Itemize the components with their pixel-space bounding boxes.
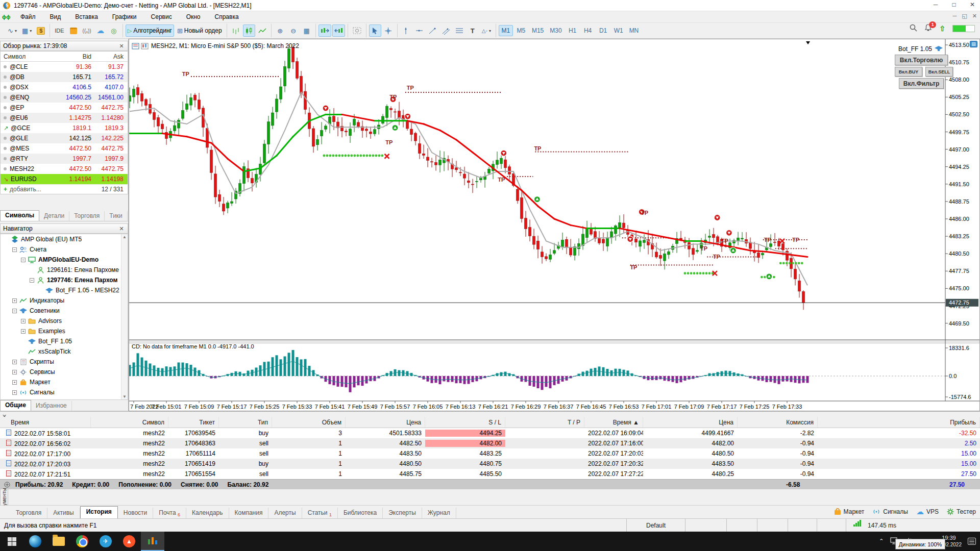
history-col-0[interactable]: Время xyxy=(0,417,91,428)
child-close-button[interactable]: ✕ xyxy=(972,13,977,19)
add-symbol-row[interactable]: + добавить... 12 / 331 xyxy=(1,184,128,194)
algo-trading-button[interactable]: ▷Алготрейдинг xyxy=(126,24,174,37)
child-restore-button[interactable]: ◱ xyxy=(962,13,967,19)
market-watch-tab-Торговля[interactable]: Торговля xyxy=(69,211,105,221)
cursor-icon[interactable] xyxy=(369,24,381,37)
chart-window[interactable]: TPTPTPTPTPTPTPTPTPTPTPTPTP4513.504510.75… xyxy=(129,39,980,411)
navigator-item-скрипты[interactable]: +Скрипты xyxy=(1,357,128,367)
history-col-4[interactable]: Объем xyxy=(272,417,346,428)
tree-expander-icon[interactable]: + xyxy=(12,390,17,395)
navigator-item-1296161-елена-пархоме[interactable]: 1296161: Елена Пархоме xyxy=(1,265,128,275)
market-watch-close-icon[interactable]: ✕ xyxy=(118,43,125,49)
menu-item-1[interactable]: Файл xyxy=(13,12,43,21)
history-col-6[interactable]: S / L xyxy=(425,417,505,428)
navigator-item-счета[interactable]: −Счета xyxy=(1,244,128,255)
tree-expander-icon[interactable]: + xyxy=(12,360,17,364)
channel-icon[interactable] xyxy=(440,24,452,37)
market-bag-icon[interactable] xyxy=(67,24,80,37)
taskbar-telegram-icon[interactable]: ✈ xyxy=(94,532,117,551)
col-symbol[interactable]: Символ xyxy=(1,52,58,61)
history-col-8[interactable]: Время ▲ xyxy=(584,417,643,428)
search-icon[interactable] xyxy=(910,24,917,33)
enable-sell-button[interactable]: Вкл.SELL xyxy=(925,67,953,77)
market-watch-row-@DSX[interactable]: @DSX4106.54107.0 xyxy=(1,82,128,92)
tray-action-center-icon[interactable] xyxy=(968,538,976,545)
horizontal-line-icon[interactable] xyxy=(413,24,426,37)
taskbar-edge-icon[interactable] xyxy=(23,532,47,551)
tree-expander-icon[interactable]: + xyxy=(12,370,17,374)
tree-expander-icon[interactable]: − xyxy=(12,247,17,252)
taskbar-brave-icon[interactable]: ▲ xyxy=(117,532,141,551)
crosshair-icon[interactable] xyxy=(382,24,395,37)
navigator-item-bot-ff-1-05-mesh22[interactable]: Bot_FF 1.05 - MESH22 xyxy=(1,285,128,295)
utility-Тестер[interactable]: Тестер xyxy=(947,508,976,515)
line-chart-icon[interactable] xyxy=(256,24,268,37)
market-watch-tab-Символы[interactable]: Символы xyxy=(0,210,39,221)
navigator-item-сервисы[interactable]: +Сервисы xyxy=(1,367,128,377)
toolbox-tab-Компания[interactable]: Компания xyxy=(229,508,269,518)
history-row-2[interactable]: 2022.02.07 16:56:02mesh22170648363sell14… xyxy=(0,438,980,448)
tree-expander-icon[interactable]: + xyxy=(21,329,26,334)
notifications-icon[interactable]: 1 xyxy=(924,24,932,33)
timeframe-mn-button[interactable]: MN xyxy=(627,25,642,36)
toolbox-tab-Библиотека[interactable]: Библиотека xyxy=(338,508,383,518)
toolbox-tab-Активы[interactable]: Активы xyxy=(47,508,80,518)
toolbox-tab-Календарь[interactable]: Календарь xyxy=(186,508,229,518)
market-watch-row-EURUSD[interactable]: ↘EURUSD1.141941.14198 xyxy=(1,174,128,184)
tree-expander-icon[interactable]: − xyxy=(12,309,17,313)
navigator-item-индикаторы[interactable]: +Индикаторы xyxy=(1,295,128,306)
timeframe-d1-button[interactable]: D1 xyxy=(596,25,610,36)
toolbox-tab-История[interactable]: История xyxy=(80,506,118,518)
deposit-icon[interactable]: $ xyxy=(35,24,47,37)
taskbar-explorer-icon[interactable] xyxy=(47,532,70,551)
menu-item-5[interactable]: Сервис xyxy=(144,12,179,21)
history-col-3[interactable]: Тип xyxy=(219,417,272,428)
taskbar-mt5-icon-active[interactable] xyxy=(141,532,164,551)
history-col-1[interactable]: Символ xyxy=(91,417,168,428)
screenshot-icon[interactable] xyxy=(351,24,363,37)
toolbox-tab-Почта[interactable]: Почта 6 xyxy=(153,508,186,518)
market-watch-row-@RTY[interactable]: @RTY1997.71997.9 xyxy=(1,154,128,164)
enable-buy-button[interactable]: Вкл.BUY xyxy=(895,67,922,77)
shapes-icon[interactable]: △◦▾ xyxy=(480,24,493,37)
enable-trading-button[interactable]: Вкл.Торговлю xyxy=(895,55,948,65)
market-watch-row-@DB[interactable]: @DB165.71165.72 xyxy=(1,72,128,82)
toolbox-tab-Статьи[interactable]: Статьи 1 xyxy=(302,508,338,518)
tree-expander-icon[interactable]: − xyxy=(21,258,26,262)
toolbox-tab-Новости[interactable]: Новости xyxy=(118,508,153,518)
menu-item-2[interactable]: Вид xyxy=(43,12,68,21)
history-col-10[interactable]: Комиссия xyxy=(738,417,818,428)
history-col-9[interactable]: Цена xyxy=(643,417,738,428)
text-tool-icon[interactable]: T xyxy=(467,24,479,37)
navigator-item-examples[interactable]: +Examples xyxy=(1,326,128,336)
enable-filter-button[interactable]: Вкл.Фильтр xyxy=(899,78,944,89)
toolbox-tab-Торговля[interactable]: Торговля xyxy=(10,508,47,518)
grid-icon[interactable]: ▦ xyxy=(301,24,313,37)
minimize-button[interactable]: ─ xyxy=(930,1,941,8)
zoom-in-icon[interactable]: ⊕ xyxy=(274,24,286,37)
utility-Сигналы[interactable]: Сигналы xyxy=(872,508,908,515)
fibo-icon[interactable] xyxy=(453,24,465,37)
menu-item-6[interactable]: Окно xyxy=(179,12,208,21)
start-button[interactable] xyxy=(0,532,23,551)
market-watch-row-@ENQ[interactable]: @ENQ14560.2514561.00 xyxy=(1,92,128,103)
new-order-button[interactable]: ⊞Новый ордер xyxy=(175,24,224,37)
toolbox-tab-Эксперты[interactable]: Эксперты xyxy=(383,508,422,518)
history-col-7[interactable]: T / P xyxy=(505,417,584,428)
timeframe-m15-button[interactable]: M15 xyxy=(529,25,546,36)
market-watch-row-@GCE[interactable]: ↗@GCE1819.11819.3 xyxy=(1,123,128,133)
maximize-button[interactable]: □ xyxy=(948,1,960,8)
tree-expander-icon[interactable]: + xyxy=(12,298,17,303)
vertical-line-icon[interactable] xyxy=(400,24,412,37)
child-minimize-button[interactable]: ─ xyxy=(953,13,957,19)
market-watch-tab-Тики[interactable]: Тики xyxy=(105,211,127,221)
market-watch-row-@MES[interactable]: @MES4472.504472.75 xyxy=(1,143,128,154)
utility-VPS[interactable]: ☁VPS xyxy=(916,507,939,516)
history-row-5[interactable]: 2022.02.07 17:21:51mesh22170651554sell14… xyxy=(0,469,980,479)
navigator-scrollbar[interactable]: ▲▼ xyxy=(121,234,128,399)
toolbox-tab-Алерты[interactable]: Алерты xyxy=(268,508,302,518)
utility-Маркет[interactable]: Маркет xyxy=(834,508,865,515)
toolbox-tab-Журнал[interactable]: Журнал xyxy=(422,508,456,518)
market-watch-row-MESH22[interactable]: MESH224472.504472.75 xyxy=(1,164,128,174)
community-icon[interactable]: ◎ xyxy=(108,24,120,37)
